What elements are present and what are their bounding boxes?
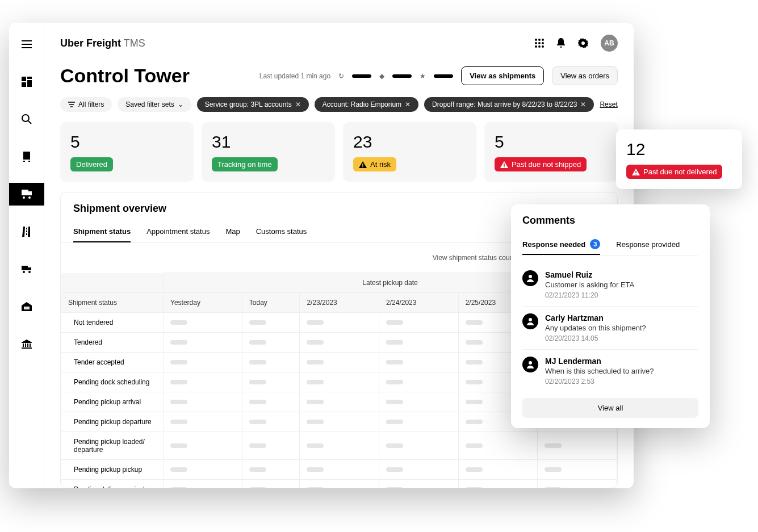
svg-rect-3 [22,82,26,87]
close-icon[interactable]: ✕ [405,100,411,108]
svg-point-32 [581,41,585,45]
truck-icon[interactable] [15,258,38,280]
svg-point-23 [535,39,537,41]
svg-point-31 [542,45,544,48]
sidebar [9,23,44,488]
close-icon[interactable]: ✕ [580,100,586,108]
view-as-shipments-button[interactable]: View as shipments [461,66,544,85]
bank-icon[interactable] [15,333,38,355]
comment-item[interactable]: Samuel RuizCustomer is asking for ETA02/… [522,263,698,307]
apps-icon[interactable] [535,39,544,48]
svg-rect-5 [23,152,30,160]
tab-shipment-status[interactable]: Shipment status [73,221,131,242]
svg-point-14 [23,271,25,273]
comments-panel: Comments Response needed3 Response provi… [511,204,710,428]
filter-chip[interactable]: Service group: 3PL accounts✕ [197,97,309,112]
svg-rect-16 [24,307,30,308]
svg-rect-6 [23,161,25,162]
svg-rect-12 [22,266,28,270]
svg-rect-0 [22,77,26,81]
svg-point-40 [529,318,532,321]
svg-rect-36 [504,166,505,167]
close-icon[interactable]: ✕ [295,100,301,108]
svg-point-39 [529,275,532,278]
svg-rect-2 [27,80,32,87]
comments-title: Comments [522,215,698,227]
svg-point-41 [529,361,532,365]
svg-point-28 [542,42,544,44]
table-row[interactable]: Pending pickup loaded/ departure [61,432,617,460]
svg-rect-19 [25,344,26,347]
svg-rect-33 [362,164,363,166]
orders-icon[interactable] [15,145,38,168]
svg-rect-35 [504,164,505,166]
svg-point-24 [538,39,541,41]
user-icon [522,270,538,286]
svg-point-11 [28,196,31,199]
tab-response-provided[interactable]: Response provided [616,234,680,255]
user-icon [522,357,538,372]
svg-rect-37 [635,171,636,173]
svg-rect-34 [362,166,363,167]
svg-rect-7 [28,161,30,162]
status-card[interactable]: 23At risk [343,122,476,182]
svg-point-10 [23,196,25,199]
table-row[interactable]: Pending delivery arrival [61,480,617,489]
status-card[interactable]: 31Tracking on time [202,122,335,182]
svg-rect-38 [635,174,636,175]
last-updated: Last updated 1 min ago [259,72,330,80]
svg-rect-8 [22,190,28,195]
svg-point-26 [535,42,537,44]
tab-appointment-status[interactable]: Appointment status [146,221,210,242]
view-all-button[interactable]: View all [522,398,698,418]
svg-point-4 [22,115,29,122]
svg-point-30 [538,45,541,48]
brand: Uber Freight TMS [60,37,145,49]
avatar[interactable]: AB [601,35,618,52]
status-cards: 5Delivered 31Tracking on time 23At risk … [60,122,618,182]
filter-row: All filters Saved filter sets ⌄ Service … [60,97,618,112]
shipments-icon[interactable] [9,183,44,206]
comment-item[interactable]: Carly HartzmanAny updates on this shipme… [522,307,698,350]
tab-map[interactable]: Map [225,221,240,242]
comment-item[interactable]: MJ LendermanWhen is this scheduled to ar… [522,350,698,392]
tab-response-needed[interactable]: Response needed3 [522,234,600,255]
reset-link[interactable]: Reset [600,100,617,108]
svg-rect-21 [30,344,31,347]
filter-chip[interactable]: Dropoff range: Must arrive by 8/22/23 to… [424,97,594,112]
topbar: Uber Freight TMS AB [60,33,618,53]
status-card[interactable]: 5Past due not shipped [484,122,618,182]
view-as-orders-button[interactable]: View as orders [552,66,618,85]
refresh-icon[interactable]: ↻ [338,72,344,80]
svg-point-29 [535,45,537,48]
svg-rect-9 [28,191,32,195]
all-filters-chip[interactable]: All filters [60,97,112,112]
filter-chip[interactable]: Account: Radio Emporium✕ [315,97,418,112]
search-icon[interactable] [15,108,38,131]
saved-filters-chip[interactable]: Saved filter sets ⌄ [118,97,191,112]
status-card[interactable]: 5Delivered [60,122,194,182]
menu-icon[interactable] [15,33,38,56]
dashboard-icon[interactable] [15,70,38,93]
svg-point-27 [538,42,541,44]
status-card-overflow[interactable]: 12 Past due not delivered [616,129,742,189]
svg-rect-13 [28,267,31,270]
table-row[interactable]: Pending pickup pickup [61,460,617,480]
tab-customs-status[interactable]: Customs status [256,221,307,242]
user-icon [522,313,538,329]
gear-icon[interactable] [578,38,588,48]
bell-icon[interactable] [556,38,566,48]
svg-rect-1 [27,77,32,79]
svg-rect-18 [23,344,24,347]
svg-rect-22 [22,347,32,349]
page-title: Control Tower [60,65,190,87]
svg-rect-20 [27,344,28,347]
warehouse-icon[interactable] [15,295,38,318]
svg-point-15 [28,271,31,273]
road-icon[interactable] [15,220,38,243]
svg-point-25 [542,39,544,41]
svg-rect-17 [24,308,30,309]
